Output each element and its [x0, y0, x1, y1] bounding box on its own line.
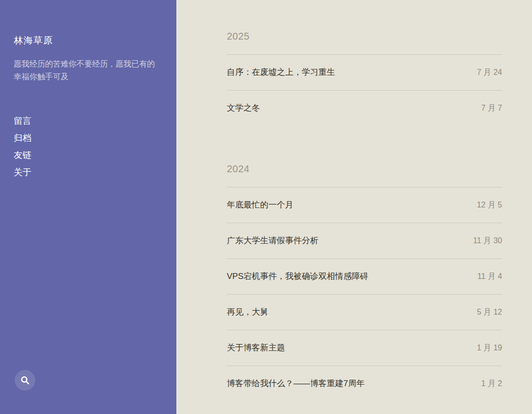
post-date: 5 月 12	[467, 306, 502, 318]
search-icon	[21, 376, 30, 385]
post-title[interactable]: 年底最忙的一个月	[227, 199, 293, 211]
sidebar-item-guestbook[interactable]: 留言	[14, 113, 31, 130]
post-list: 自序：在废墟之上，学习重生 7 月 24 文学之冬 7 月 7	[227, 54, 502, 126]
post-date: 11 月 30	[463, 235, 502, 247]
post-date: 1 月 19	[467, 342, 502, 354]
site-tagline: 愿我经历的苦难你不要经历，愿我已有的幸福你触手可及	[14, 58, 161, 83]
post-date: 12 月 5	[467, 199, 502, 211]
page: 林海草原 愿我经历的苦难你不要经历，愿我已有的幸福你触手可及 留言 归档 友链 …	[0, 0, 532, 414]
post-title[interactable]: VPS宕机事件，我被确诊双相情感障碍	[227, 271, 368, 282]
post-title[interactable]: 广东大学生请假事件分析	[227, 235, 318, 247]
post-row[interactable]: 关于博客新主题 1 月 19	[227, 330, 502, 366]
post-date: 7 月 7	[471, 102, 502, 114]
post-title[interactable]: 关于博客新主题	[227, 342, 285, 354]
post-row[interactable]: 文学之冬 7 月 7	[227, 90, 502, 126]
site-title[interactable]: 林海草原	[14, 34, 162, 47]
post-row[interactable]: 博客带给我什么？——博客重建7周年 1 月 2	[227, 366, 502, 401]
sidebar: 林海草原 愿我经历的苦难你不要经历，愿我已有的幸福你触手可及 留言 归档 友链 …	[0, 0, 176, 414]
sidebar-item-about[interactable]: 关于	[14, 164, 31, 181]
post-date: 11 月 4	[468, 271, 502, 282]
sidebar-item-archive[interactable]: 归档	[14, 130, 31, 147]
search-button[interactable]	[15, 370, 35, 391]
archive-main: 2025 自序：在废墟之上，学习重生 7 月 24 文学之冬 7 月 7 202…	[176, 0, 532, 414]
post-title[interactable]: 博客带给我什么？——博客重建7周年	[227, 378, 364, 390]
year-heading: 2025	[227, 30, 502, 42]
sidebar-item-links[interactable]: 友链	[14, 147, 31, 164]
post-row[interactable]: 再见，大舅 5 月 12	[227, 294, 502, 330]
post-row[interactable]: 年底最忙的一个月 12 月 5	[227, 187, 502, 223]
sidebar-nav: 留言 归档 友链 关于	[14, 113, 162, 181]
post-date: 7 月 24	[467, 67, 502, 78]
year-heading: 2024	[227, 163, 502, 175]
post-title[interactable]: 文学之冬	[227, 102, 260, 114]
post-row[interactable]: 自序：在废墟之上，学习重生 7 月 24	[227, 54, 502, 90]
post-row[interactable]: 广东大学生请假事件分析 11 月 30	[227, 223, 502, 258]
post-list: 年底最忙的一个月 12 月 5 广东大学生请假事件分析 11 月 30 VPS宕…	[227, 187, 502, 401]
post-date: 1 月 2	[471, 378, 502, 390]
year-group: 2025 自序：在废墟之上，学习重生 7 月 24 文学之冬 7 月 7	[227, 30, 502, 126]
post-title[interactable]: 自序：在废墟之上，学习重生	[227, 67, 335, 78]
post-title[interactable]: 再见，大舅	[227, 306, 268, 318]
post-row[interactable]: VPS宕机事件，我被确诊双相情感障碍 11 月 4	[227, 258, 502, 294]
year-group: 2024 年底最忙的一个月 12 月 5 广东大学生请假事件分析 11 月 30…	[227, 163, 502, 401]
